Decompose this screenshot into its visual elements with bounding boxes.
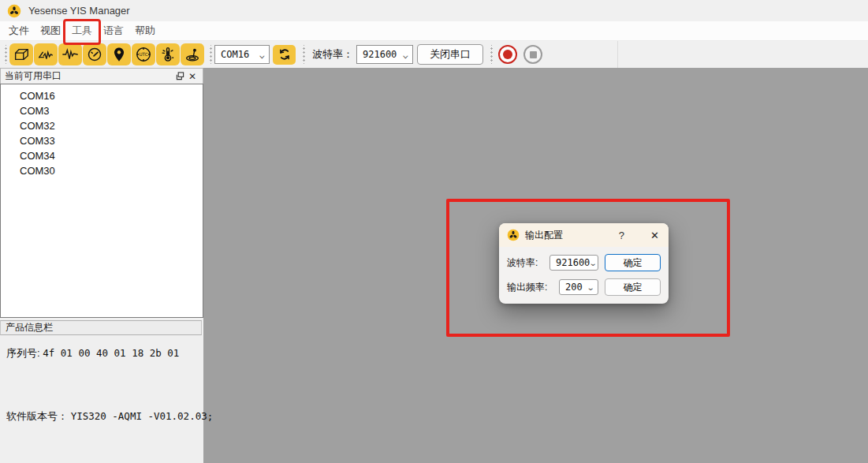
com-port-value: COM16 [221,49,249,60]
menu-view[interactable]: 视图 [35,21,66,40]
dialog-baud-value: 921600 [556,257,590,268]
port-list-item[interactable]: COM30 [1,163,203,178]
port-list-item[interactable]: COM33 [1,133,203,148]
window-title: Yesense YIS Manager [28,5,130,17]
info-panel-title: 产品信息栏 [6,321,53,334]
angle-waveform-button[interactable] [34,43,58,65]
utc-clock-button[interactable]: UTC [132,43,155,65]
menu-file[interactable]: 文件 [3,21,35,40]
dialog-help-button[interactable]: ? [619,230,624,241]
utc-clock-icon: UTC [135,46,152,63]
thermometer-button[interactable] [156,43,180,65]
angle-waveform-icon [37,46,54,63]
serial-number-value: 4f 01 00 40 01 18 2b 01 [43,347,179,359]
baud-rate-select[interactable]: 921600 ⌄ [356,45,413,64]
toolbar-grip[interactable] [208,45,212,64]
dialog-frequency-ok-button[interactable]: 确定 [605,278,661,296]
serial-number-line: 序列号: 4f 01 00 40 01 18 2b 01 [6,346,179,360]
dialog-frequency-value: 200 [565,282,583,293]
thermometer-icon [159,46,177,63]
chevron-down-icon: ⌄ [259,50,266,59]
ports-panel-header: 当前可用串口 ✕ [0,68,203,84]
toolbar: UTC COM16 ⌄ 波特率： [0,41,868,69]
refresh-ports-button[interactable] [273,45,296,65]
waveform-button[interactable] [58,43,82,65]
dialog-frequency-select[interactable]: 200 ⌄ [559,279,598,295]
toolbar-grip[interactable] [301,45,305,64]
ports-panel-close-button[interactable]: ✕ [186,71,199,82]
dialog-baud-label: 波特率: [507,256,538,270]
baud-rate-row: 波特率: 921600 ⌄ 确定 [507,254,661,271]
dialog-frequency-label: 输出频率: [507,281,547,294]
dialog-title: 输出配置 [525,229,613,242]
chevron-down-icon: ⌄ [586,283,594,292]
menu-help[interactable]: 帮助 [129,21,161,40]
location-icon [110,46,128,63]
info-panel-header: 产品信息栏 [0,320,202,335]
cube-3d-button[interactable] [9,43,33,65]
svg-text:UTC: UTC [139,52,147,57]
refresh-icon [278,47,292,62]
serial-number-label: 序列号: [6,347,40,359]
output-config-dialog: 输出配置 ? ✕ 波特率: 921600 ⌄ 确定 输出频率: 200 ⌄ 确定 [499,223,669,304]
record-controls [498,45,542,64]
menu-bar: 文件 视图 工具 语言 帮助 [0,21,868,41]
port-list-item[interactable]: COM32 [1,118,203,133]
tilt-sensor-icon [184,46,201,63]
waveform-icon [61,46,79,63]
record-button[interactable] [498,45,517,64]
tilt-sensor-button[interactable] [181,43,204,65]
chevron-down-icon: ⌄ [589,259,598,267]
gauge-icon [86,46,103,63]
port-list-item[interactable]: COM3 [1,103,203,118]
chevron-down-icon: ⌄ [402,50,409,59]
dialog-close-button[interactable]: ✕ [650,230,659,241]
gauge-button[interactable] [83,43,106,65]
window-titlebar: Yesense YIS Manager [0,0,868,21]
float-window-button[interactable] [173,71,186,82]
port-list[interactable]: COM16 COM3 COM32 COM33 COM34 COM30 [0,84,203,318]
baud-rate-value: 921600 [363,49,397,60]
stop-icon [530,51,537,58]
toolbar-grip[interactable] [489,45,493,64]
output-frequency-row: 输出频率: 200 ⌄ 确定 [507,278,661,296]
dialog-logo-icon [507,229,520,241]
dialog-baud-ok-button[interactable]: 确定 [605,254,661,271]
ports-panel-title: 当前可用串口 [5,69,173,83]
com-port-select[interactable]: COM16 ⌄ [214,45,270,64]
port-list-item[interactable]: COM16 [1,88,203,103]
record-icon [503,50,512,59]
toolbar-separator [617,41,618,68]
port-list-item[interactable]: COM34 [1,148,203,163]
close-serial-port-button[interactable]: 关闭串口 [417,44,483,65]
toolbar-grip[interactable] [3,45,7,64]
firmware-version-label: 软件版本号： [6,410,68,422]
dialog-titlebar[interactable]: 输出配置 ? ✕ [499,223,669,247]
firmware-version-value: YIS320 -AQMI -V01.02.03; [71,410,214,422]
left-dock: 当前可用串口 ✕ COM16 COM3 COM32 COM33 COM34 CO… [0,68,203,463]
app-logo-icon [7,4,21,18]
cube-3d-icon [13,46,30,63]
menu-language[interactable]: 语言 [98,21,129,40]
info-panel-body: 序列号: 4f 01 00 40 01 18 2b 01 软件版本号： YIS3… [0,335,203,463]
firmware-version-line: 软件版本号： YIS320 -AQMI -V01.02.03; [6,409,213,424]
stop-button[interactable] [523,45,542,64]
menu-tools[interactable]: 工具 [66,21,98,40]
location-button[interactable] [107,43,131,65]
baud-rate-label: 波特率： [312,47,353,62]
dialog-baud-select[interactable]: 921600 ⌄ [549,255,598,271]
float-window-icon [176,72,184,80]
